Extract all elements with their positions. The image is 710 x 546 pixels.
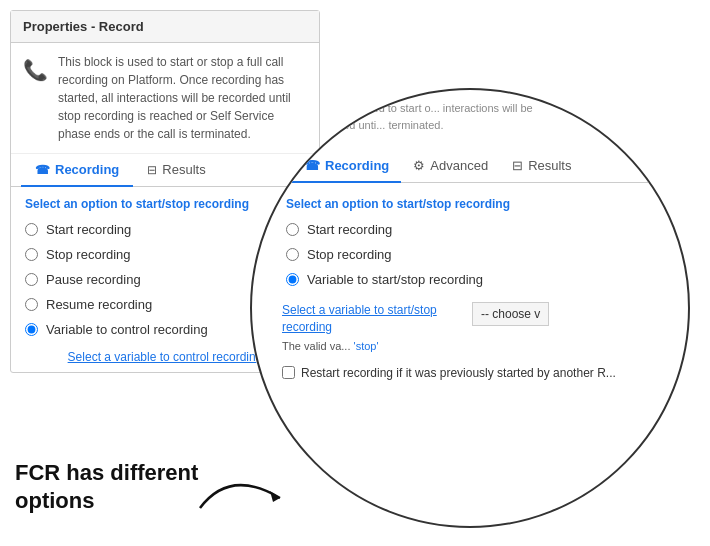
circle-restart-row: Restart recording if it was previously s… [282, 366, 688, 380]
restart-label: Restart recording if it was previously s… [301, 366, 616, 380]
radio-pause-label: Pause recording [46, 272, 141, 287]
choose-button[interactable]: -- choose v [472, 302, 549, 326]
circle-section-label: Select an option to start/stop recording [282, 191, 678, 217]
circle-variable-row: Select a variable to start/stop recordin… [282, 302, 688, 336]
annotation-line2: options [15, 487, 198, 516]
phone-icon: 📞 [23, 55, 48, 85]
radio-resume-input[interactable] [25, 298, 38, 311]
circle-results-label: Results [528, 158, 571, 173]
circle-tab-results[interactable]: ⊟ Results [500, 150, 583, 183]
circle-section: Select an option to start/stop recording… [282, 191, 678, 292]
radio-resume-label: Resume recording [46, 297, 152, 312]
circle-radio-stop: Stop recording [286, 242, 674, 267]
radio-variable-input[interactable] [25, 323, 38, 336]
circle-radio-variable-input[interactable] [286, 273, 299, 286]
zoom-inner: ...block is used to start o... interacti… [252, 90, 688, 526]
circle-tab-recording[interactable]: ☎ Recording [292, 150, 401, 183]
tab-results-label: Results [162, 162, 205, 177]
circle-radio-start-label: Start recording [307, 222, 392, 237]
circle-recording-icon: ☎ [304, 158, 320, 173]
circle-radio-start: Start recording [286, 217, 674, 242]
radio-start-input[interactable] [25, 223, 38, 236]
circle-advanced-icon: ⚙ [413, 158, 425, 173]
restart-checkbox[interactable] [282, 366, 295, 379]
circle-recording-label: Recording [325, 158, 389, 173]
tab-results-main[interactable]: ⊟ Results [133, 154, 219, 187]
circle-results-icon: ⊟ [512, 158, 523, 173]
circle-radio-variable: Variable to start/stop recording [286, 267, 674, 292]
stop-value: 'stop' [354, 340, 379, 352]
tab-recording-main[interactable]: ☎ Recording [21, 154, 133, 187]
circle-radio-variable-label: Variable to start/stop recording [307, 272, 483, 287]
radio-stop-input[interactable] [25, 248, 38, 261]
circle-advanced-label: Advanced [430, 158, 488, 173]
radio-variable-label: Variable to control recording [46, 322, 208, 337]
annotation-line1: FCR has different [15, 459, 198, 488]
circle-radio-group: Start recording Stop recording Variable … [282, 217, 678, 292]
circle-tabs-bar: ☎ Recording ⚙ Advanced ⊟ Results [282, 150, 678, 183]
annotation: FCR has different options [15, 459, 198, 516]
recording-tab-icon: ☎ [35, 163, 50, 177]
radio-pause-input[interactable] [25, 273, 38, 286]
circle-variable-link[interactable]: Select a variable to start/stop recordin… [282, 302, 462, 336]
circle-radio-stop-label: Stop recording [307, 247, 392, 262]
results-tab-icon: ⊟ [147, 163, 157, 177]
panel-title: Properties - Record [11, 11, 319, 43]
circle-radio-start-input[interactable] [286, 223, 299, 236]
zoom-circle: ...block is used to start o... interacti… [250, 88, 690, 528]
tab-recording-label: Recording [55, 162, 119, 177]
circle-bg-text: ...block is used to start o... interacti… [312, 100, 572, 133]
radio-start-label: Start recording [46, 222, 131, 237]
radio-stop-label: Stop recording [46, 247, 131, 262]
circle-tab-advanced[interactable]: ⚙ Advanced [401, 150, 500, 183]
circle-radio-stop-input[interactable] [286, 248, 299, 261]
circle-valid-text: The valid va... 'stop' [282, 340, 688, 352]
